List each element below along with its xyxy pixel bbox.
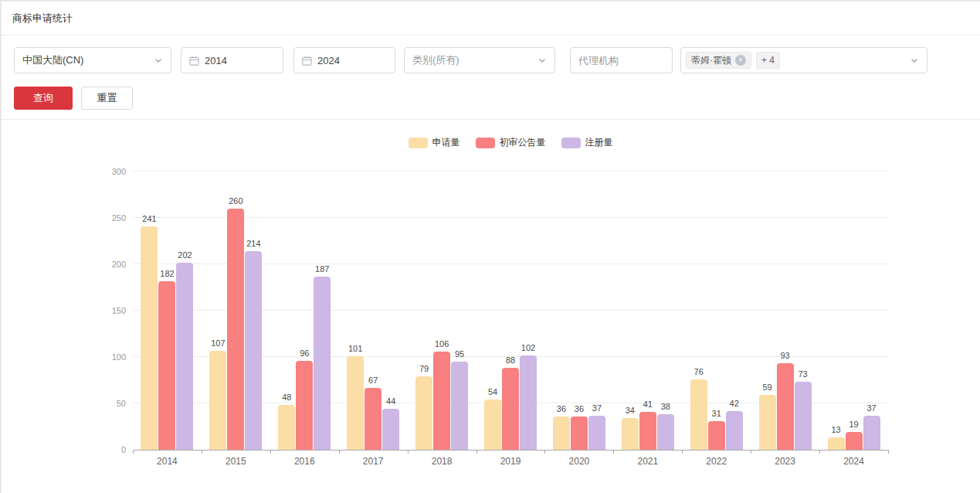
bar-申请量-2015 — [209, 351, 226, 450]
x-axis-category-label: 2020 — [548, 456, 610, 467]
x-axis-tick — [133, 450, 134, 454]
bar-value-label: 95 — [444, 349, 475, 359]
reset-button[interactable]: 重置 — [81, 87, 133, 110]
x-axis-category-label: 2021 — [617, 456, 679, 467]
x-axis-category-label: 2018 — [411, 456, 473, 467]
x-axis-category-label: 2022 — [686, 456, 748, 467]
agency-field-wrap — [570, 47, 673, 73]
category-select[interactable]: 类别(所有) — [404, 47, 555, 73]
bar-value-label: 106 — [426, 339, 457, 348]
y-axis-tick-label: 250 — [95, 213, 126, 223]
y-axis-tick-label: 0 — [95, 445, 126, 454]
bar-value-label: 67 — [358, 376, 388, 385]
start-year-picker[interactable]: 2014 — [181, 47, 283, 73]
y-axis-tick-label: 200 — [95, 260, 126, 269]
bar-注册量-2020 — [588, 416, 605, 450]
bar-value-label: 214 — [238, 239, 269, 248]
bar-申请量-2019 — [484, 400, 501, 450]
chevron-down-icon — [910, 56, 919, 65]
bar-申请量-2021 — [622, 418, 639, 450]
search-button[interactable]: 查询 — [14, 87, 73, 110]
filter-bar: 中国大陆(CN) 2014 2024 类别(所有) — [14, 47, 927, 73]
bar-初审公告量-2020 — [571, 416, 588, 450]
bar-注册量-2015 — [245, 251, 262, 450]
bar-value-label: 93 — [770, 351, 801, 360]
bar-注册量-2017 — [382, 409, 399, 450]
bar-申请量-2018 — [415, 376, 432, 450]
bar-初审公告量-2022 — [708, 421, 725, 450]
start-year-value: 2014 — [205, 55, 275, 66]
bar-注册量-2018 — [451, 362, 468, 450]
bar-申请量-2014 — [141, 226, 158, 450]
x-axis-category-label: 2014 — [136, 456, 198, 467]
legend-label: 注册量 — [585, 136, 613, 149]
button-row: 查询 重置 — [14, 87, 133, 110]
y-axis-tick-label: 150 — [95, 306, 126, 315]
legend-label: 申请量 — [432, 136, 460, 149]
bar-注册量-2021 — [657, 414, 674, 450]
bar-初审公告量-2016 — [296, 361, 313, 450]
x-axis-category-label: 2017 — [342, 456, 404, 467]
selected-brand-tag-label: 蒂姆·霍顿 — [691, 54, 731, 67]
chart-legend: 申请量初审公告量注册量 — [133, 136, 888, 149]
bar-申请量-2020 — [553, 416, 570, 450]
selected-brand-tag: 蒂姆·霍顿 × — [686, 52, 751, 69]
x-axis-tick — [408, 450, 409, 454]
trademark-stats-panel: 商标申请统计 中国大陆(CN) 2014 2024 类别(所有) — [0, 0, 980, 493]
agency-input[interactable] — [571, 48, 672, 73]
bar-申请量-2023 — [759, 395, 776, 450]
bar-申请量-2016 — [278, 405, 295, 450]
x-axis-tick — [682, 450, 683, 454]
chart-plot-area: 0501001502002503002014241182202201510726… — [133, 172, 888, 450]
legend-item[interactable]: 申请量 — [409, 136, 460, 149]
page-title: 商标申请统计 — [12, 12, 73, 26]
bar-value-label: 73 — [788, 369, 819, 379]
bar-value-label: 241 — [134, 214, 164, 223]
x-axis-category-label: 2019 — [480, 456, 541, 467]
bar-初审公告量-2024 — [846, 432, 863, 450]
chevron-down-icon — [154, 56, 163, 65]
bar-初审公告量-2019 — [502, 368, 519, 450]
bar-申请量-2017 — [347, 356, 364, 450]
end-year-value: 2024 — [317, 55, 387, 66]
y-axis-tick-label: 50 — [95, 399, 126, 408]
x-axis-tick — [270, 450, 271, 454]
y-axis-tick-label: 300 — [95, 167, 126, 176]
end-year-picker[interactable]: 2024 — [293, 47, 395, 73]
calendar-icon — [302, 56, 312, 66]
bar-注册量-2014 — [176, 263, 193, 450]
legend-marker — [476, 138, 495, 148]
legend-item[interactable]: 注册量 — [561, 136, 613, 149]
legend-item[interactable]: 初审公告量 — [476, 136, 546, 149]
bar-value-label: 37 — [582, 403, 612, 413]
x-axis-tick — [819, 450, 820, 454]
x-axis-tick — [751, 450, 751, 454]
bar-注册量-2024 — [863, 416, 880, 450]
x-axis-tick — [476, 450, 477, 454]
bar-value-label: 260 — [220, 196, 251, 206]
bar-value-label: 44 — [375, 396, 406, 406]
bar-初审公告量-2018 — [433, 352, 450, 450]
bar-chart: 申请量初审公告量注册量 0501001502002503002014241182… — [2, 120, 980, 493]
x-axis-tick — [544, 450, 545, 454]
chevron-down-icon — [537, 56, 547, 65]
bar-value-label: 101 — [340, 344, 371, 353]
x-axis-tick — [888, 450, 889, 454]
x-axis-category-label: 2015 — [205, 456, 266, 467]
bar-注册量-2019 — [520, 355, 537, 450]
region-select[interactable]: 中国大陆(CN) — [14, 47, 171, 73]
x-axis-tick — [613, 450, 614, 454]
x-axis-tick — [202, 450, 202, 454]
brand-multiselect[interactable]: 蒂姆·霍顿 × + 4 — [680, 47, 927, 73]
region-select-value: 中国大陆(CN) — [22, 53, 154, 67]
gridline — [133, 217, 888, 218]
bar-value-label: 42 — [719, 399, 750, 408]
x-axis-category-label: 2023 — [754, 456, 816, 467]
bar-注册量-2022 — [726, 411, 743, 450]
bar-注册量-2016 — [314, 277, 331, 450]
more-brands-tag: + 4 — [756, 52, 780, 69]
panel-header: 商标申请统计 — [2, 2, 980, 36]
bar-申请量-2024 — [828, 437, 845, 450]
bar-value-label: 38 — [650, 402, 681, 411]
close-icon[interactable]: × — [735, 55, 746, 66]
